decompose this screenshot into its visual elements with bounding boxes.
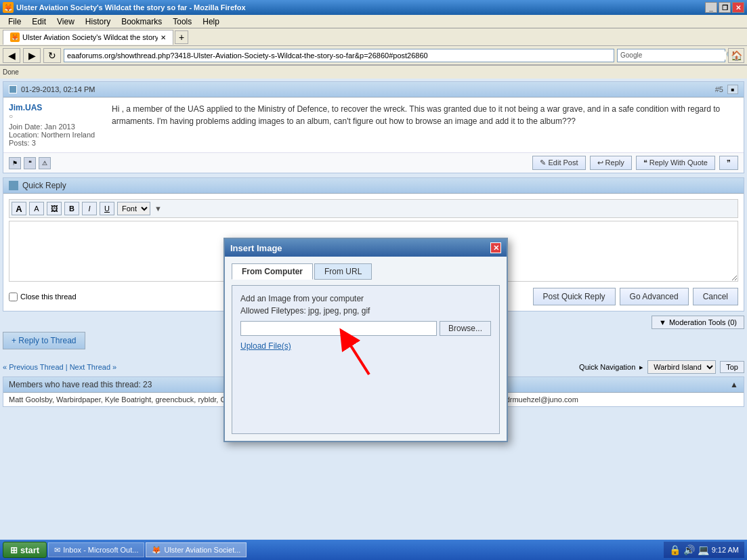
clock-display: 9:12 AM <box>712 546 739 554</box>
menu-help[interactable]: Help <box>197 16 225 28</box>
firefox-label: Ulster Aviation Societ... <box>164 546 240 554</box>
tab-from-computer[interactable]: From Computer <box>232 263 313 280</box>
firefox-icon: 🦊 <box>3 2 14 13</box>
file-input-row: Browse... <box>240 321 491 336</box>
reload-button[interactable]: ↻ <box>43 48 61 63</box>
menu-file[interactable]: File <box>3 16 26 28</box>
search-input[interactable] <box>645 51 726 60</box>
menu-edit[interactable]: Edit <box>26 16 51 28</box>
allowed-types-text: Allowed Filetypes: jpg, jpeg, png, gif <box>240 306 491 316</box>
menu-bookmarks[interactable]: Bookmarks <box>116 16 167 28</box>
close-button[interactable]: ✕ <box>732 2 744 13</box>
status-bar: Done <box>0 65 747 79</box>
search-box: Google 🔍 <box>617 49 725 62</box>
start-label: start <box>20 545 39 555</box>
restore-button[interactable]: ❐ <box>719 2 731 13</box>
dialog-title-bar: Insert Image ✕ <box>225 239 507 257</box>
firefox-taskbar-icon: 🦊 <box>152 546 161 555</box>
home-button[interactable]: 🏠 <box>728 48 744 63</box>
dialog-title-text: Insert Image <box>230 243 282 253</box>
window-title: Ulster Aviation Society's Wildcat the st… <box>16 3 246 12</box>
dialog-overlay: Insert Image ✕ From Computer From URL Ad… <box>0 79 747 557</box>
outlook-label: Inbox - Microsoft Out... <box>63 546 138 554</box>
new-tab-button[interactable]: + <box>175 30 188 44</box>
back-button[interactable]: ◀ <box>3 48 20 63</box>
forward-button[interactable]: ▶ <box>23 48 41 63</box>
tab-from-url[interactable]: From URL <box>314 263 372 280</box>
menu-history[interactable]: History <box>80 16 116 28</box>
taskbar-items: ✉ Inbox - Microsoft Out... 🦊 Ulster Avia… <box>48 542 662 557</box>
menu-bar: File Edit View History Bookmarks Tools H… <box>0 15 747 28</box>
taskbar: ⊞ start ✉ Inbox - Microsoft Out... 🦊 Uls… <box>0 540 747 560</box>
upload-files-link[interactable]: Upload File(s) <box>240 341 491 351</box>
address-bar: ◀ ▶ ↻ Google 🔍 🏠 <box>0 46 747 65</box>
file-path-input[interactable] <box>240 321 437 336</box>
search-engine-label: Google <box>620 51 642 59</box>
title-bar: 🦊 Ulster Aviation Society's Wildcat the … <box>0 0 747 15</box>
dialog-body: From Computer From URL Add an Image from… <box>225 257 507 441</box>
dialog-tab-content: Add an Image from your computer Allowed … <box>232 285 500 434</box>
dialog-tabs: From Computer From URL <box>232 263 500 280</box>
start-button[interactable]: ⊞ start <box>3 542 47 558</box>
menu-tools[interactable]: Tools <box>167 16 197 28</box>
tab-favicon-icon: 🦊 <box>10 33 20 42</box>
tray-icon-3: 💻 <box>698 544 709 555</box>
tab-close-button[interactable]: ✕ <box>161 34 166 41</box>
taskbar-tray: 🔒 🔊 💻 9:12 AM <box>664 542 744 558</box>
browser-tab-active[interactable]: 🦊 Ulster Aviation Society's Wildcat the … <box>3 30 173 45</box>
dialog-close-button[interactable]: ✕ <box>490 242 501 253</box>
browser-content: 01-29-2013, 02:14 PM #5 ■ Jim.UAS ○ Join… <box>0 79 747 557</box>
taskbar-item-firefox[interactable]: 🦊 Ulster Aviation Societ... <box>146 542 247 557</box>
browse-button[interactable]: Browse... <box>440 321 491 336</box>
outlook-icon: ✉ <box>54 546 60 555</box>
add-image-line1: Add an Image from your computer <box>240 294 491 303</box>
insert-image-dialog: Insert Image ✕ From Computer From URL Ad… <box>223 238 508 442</box>
tab-label: Ulster Aviation Society's Wildcat the st… <box>22 33 158 41</box>
minimize-button[interactable]: _ <box>705 2 717 13</box>
status-text: Done <box>3 68 19 76</box>
menu-view[interactable]: View <box>51 16 80 28</box>
address-input[interactable] <box>64 49 614 62</box>
tray-icon-1: 🔒 <box>669 544 681 555</box>
tab-bar: 🦊 Ulster Aviation Society's Wildcat the … <box>0 28 747 46</box>
tray-icon-2: 🔊 <box>683 544 695 555</box>
windows-logo-icon: ⊞ <box>10 545 18 555</box>
taskbar-item-outlook[interactable]: ✉ Inbox - Microsoft Out... <box>48 542 144 557</box>
